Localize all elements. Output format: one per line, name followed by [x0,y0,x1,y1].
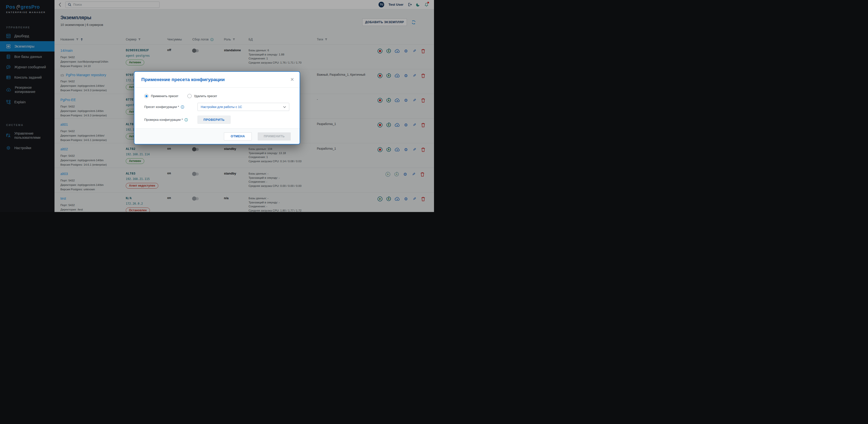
close-button[interactable]: ✕ [290,77,294,82]
preset-select-value: Настройки для работы с 1С [201,105,242,109]
delete-preset-radio[interactable] [187,94,192,98]
apply-preset-radio[interactable] [144,94,149,98]
chevron-down-icon [283,106,286,108]
info-icon[interactable] [181,105,184,109]
preset-select-label: Пресет конфигурации * [144,105,179,109]
check-config-button[interactable]: ПРОВЕРИТЬ [197,116,230,124]
preset-select[interactable]: Настройки для работы с 1С [197,103,289,111]
apply-preset-modal: Применение пресета конфигурации ✕ Примен… [134,71,300,144]
modal-body: Применить пресет Удалить пресет Пресет к… [134,88,300,124]
cancel-button[interactable]: ОТМЕНА [224,132,252,140]
modal-header: Применение пресета конфигурации ✕ [134,72,300,88]
config-check-label: Проверка конфигурации * [144,118,183,122]
close-icon: ✕ [290,77,294,82]
apply-preset-radio-label: Применить пресет [151,94,179,98]
delete-preset-radio-label: Удалить пресет [194,94,217,98]
preset-form-row: Пресет конфигурации * Настройки для рабо… [144,103,300,111]
preset-mode-radios: Применить пресет Удалить пресет [144,94,300,98]
check-form-row: Проверка конфигурации * ПРОВЕРИТЬ [144,116,300,124]
info-icon[interactable] [184,118,188,122]
app-root: Pos gresPro ENTERPRISE MANAGER УПРАВЛЕНИ… [0,0,434,212]
modal-title: Применение пресета конфигурации [141,77,225,82]
modal-footer: ОТМЕНА ПРИМЕНИТЬ [134,128,300,144]
apply-button[interactable]: ПРИМЕНИТЬ [258,132,291,140]
